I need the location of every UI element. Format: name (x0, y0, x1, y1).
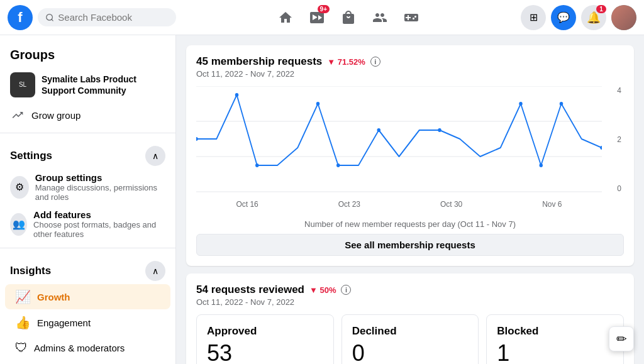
notifications-badge: 1 (596, 5, 606, 13)
growth-label: Growth (37, 292, 70, 302)
nav-icons-group: 9+ (181, 3, 516, 33)
svg-point-7 (235, 93, 239, 97)
group-settings-title: Group settings (35, 172, 165, 183)
nav-groups-button[interactable] (365, 3, 395, 33)
approved-value: 53 (207, 340, 323, 364)
blocked-stat: Blocked 1 (486, 314, 624, 364)
svg-point-11 (377, 128, 380, 132)
svg-point-6 (196, 137, 198, 141)
grid-menu-button[interactable]: ⊞ (521, 5, 546, 30)
svg-point-12 (438, 128, 441, 132)
add-features-item[interactable]: 👥 Add features Choose post formats, badg… (0, 206, 175, 243)
insights-section-header: Insights ∧ (0, 253, 175, 284)
yaxis-2: 2 (617, 135, 621, 144)
group-settings-item[interactable]: ⚙ Group settings Manage discussions, per… (0, 168, 175, 206)
nav-growth-item[interactable]: 📈 Growth (5, 284, 170, 309)
nav-admins-item[interactable]: 🛡 Admins & moderators (5, 336, 170, 360)
svg-point-8 (255, 163, 259, 167)
svg-point-9 (316, 102, 320, 106)
settings-icon: ⚙ (10, 176, 29, 199)
svg-point-16 (600, 146, 602, 150)
nav-membership-item[interactable]: 👥 Membership (5, 361, 170, 364)
membership-requests-title: 45 membership requests ▼ 71.52% i (196, 55, 624, 68)
main-layout: Groups SL Symalite Labs Product Support … (0, 35, 644, 364)
messenger-button[interactable]: 💬 (551, 5, 576, 30)
approved-stat: Approved 53 ▼ ▼ 73% (196, 314, 334, 364)
grow-icon (10, 108, 25, 123)
nav-home-button[interactable] (270, 3, 301, 33)
svg-point-13 (519, 102, 523, 106)
xaxis-oct30: Oct 30 (440, 200, 462, 209)
reviewed-badge: ▼ 50% (309, 285, 336, 295)
membership-date-range: Oct 11, 2022 - Nov 7, 2022 (196, 69, 624, 79)
search-input[interactable] (58, 12, 169, 23)
engagement-label: Engagement (37, 317, 91, 328)
see-all-requests-button[interactable]: See all membership requests (196, 234, 624, 256)
add-features-desc: Choose post formats, badges and other fe… (33, 220, 165, 239)
chart-caption: Number of new member requests per day (O… (196, 219, 624, 229)
admins-label: Admins & moderators (34, 343, 125, 353)
search-icon (45, 13, 54, 23)
groups-section-title: Groups (0, 43, 175, 67)
xaxis-oct23: Oct 23 (338, 200, 360, 209)
add-features-icon: 👥 (10, 213, 27, 236)
user-avatar[interactable] (611, 5, 636, 30)
notifications-button[interactable]: 🔔 1 (581, 5, 606, 30)
svg-point-10 (336, 163, 340, 167)
admins-icon: 🛡 (15, 341, 28, 355)
grow-group-link[interactable]: Grow group (0, 102, 175, 128)
requests-reviewed-title: 54 requests reviewed ▼ 50% i (196, 284, 624, 296)
nav-marketplace-button[interactable] (333, 3, 364, 33)
declined-value: 0 (352, 340, 469, 364)
engagement-icon: 👍 (15, 315, 31, 330)
blocked-value: 1 (497, 340, 613, 364)
chart-xaxis: Oct 16 Oct 23 Oct 30 Nov 6 (196, 197, 602, 212)
grow-group-label: Grow group (31, 110, 80, 121)
insights-collapse-btn[interactable]: ∧ (145, 261, 165, 281)
svg-point-0 (47, 14, 53, 20)
svg-point-15 (560, 102, 564, 106)
yaxis-4: 4 (617, 86, 621, 95)
xaxis-oct16: Oct 16 (236, 200, 258, 209)
declined-label: Declined (352, 325, 469, 338)
top-navigation: f 9+ ⊞ 💬 🔔 1 (0, 0, 644, 35)
video-badge: 9+ (318, 5, 330, 13)
requests-reviewed-card: 54 requests reviewed ▼ 50% i Oct 11, 202… (186, 273, 634, 364)
settings-title: Settings (10, 150, 52, 162)
nav-engagement-item[interactable]: 👍 Engagement (5, 310, 170, 335)
group-settings-desc: Manage discussions, permissions and role… (35, 183, 165, 202)
membership-badge: ▼ 71.52% (327, 57, 365, 67)
nav-video-button[interactable]: 9+ (302, 3, 332, 33)
settings-section-header: Settings ∧ (0, 138, 175, 168)
membership-info-icon[interactable]: i (370, 57, 380, 67)
chart-area (196, 86, 602, 193)
svg-line-1 (52, 19, 53, 21)
insights-title: Insights (10, 265, 51, 277)
membership-chart: 4 2 0 Oct 16 Oct 23 Oct 30 Nov 6 (196, 86, 624, 212)
xaxis-nov6: Nov 6 (542, 200, 562, 209)
blocked-label: Blocked (497, 325, 613, 338)
approved-label: Approved (207, 325, 323, 338)
divider2 (0, 248, 175, 248)
membership-requests-card: 45 membership requests ▼ 71.52% i Oct 11… (186, 45, 634, 266)
settings-collapse-btn[interactable]: ∧ (145, 146, 165, 166)
facebook-logo[interactable]: f (8, 5, 33, 30)
stats-grid: Approved 53 ▼ ▼ 73% Declined 0 Blocked 1 (196, 314, 624, 364)
nav-right-actions: ⊞ 💬 🔔 1 (521, 5, 636, 30)
nav-gaming-button[interactable] (396, 3, 426, 33)
add-features-title: Add features (33, 209, 165, 220)
reviewed-date-range: Oct 11, 2022 - Nov 7, 2022 (196, 297, 624, 307)
chart-yaxis: 4 2 0 (605, 86, 624, 193)
search-bar[interactable] (38, 8, 176, 26)
svg-point-14 (539, 163, 543, 167)
reviewed-info-icon[interactable]: i (341, 285, 351, 295)
yaxis-0: 0 (617, 184, 621, 193)
main-content: 45 membership requests ▼ 71.52% i Oct 11… (176, 35, 644, 364)
growth-icon: 📈 (15, 289, 31, 304)
divider (0, 133, 175, 133)
sidebar: Groups SL Symalite Labs Product Support … (0, 35, 176, 364)
group-item[interactable]: SL Symalite Labs Product Support Communi… (0, 67, 175, 102)
group-name: Symalite Labs Product Support Community (42, 74, 165, 96)
group-avatar: SL (10, 72, 35, 97)
floating-action-button[interactable]: ✏ (609, 326, 634, 351)
